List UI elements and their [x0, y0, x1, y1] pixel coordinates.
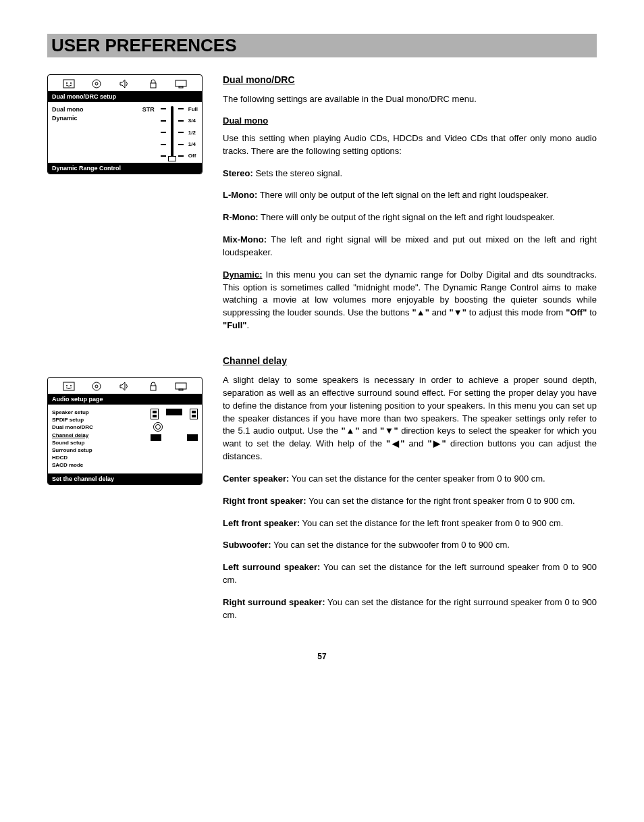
sec2-center: Center speaker: You can set the distance… [223, 473, 597, 486]
sec2-subwoofer: Subwoofer: You can set the distance for … [223, 539, 597, 552]
spk-sub-icon [153, 422, 163, 432]
drc-slider: Full 3/4 1/2 1/4 Off [160, 106, 198, 159]
slider-ticks-left [160, 106, 167, 159]
sec1-intro: The following settings are available in … [223, 93, 597, 106]
sec1-dynamic: Dynamic: In this menu you can set the dy… [223, 269, 597, 332]
slider-val-34: 3/4 [188, 118, 198, 124]
spk-fr-icon [190, 409, 198, 419]
audio-list: Speaker setup SPDIF setup Dual mono/DRC … [52, 409, 144, 469]
audio-item-1: SPDIF setup [52, 416, 144, 423]
speaker-icon [119, 79, 131, 88]
disc-icon [90, 382, 103, 391]
page-title: USER PREFERENCES [51, 35, 593, 56]
svg-point-4 [95, 82, 98, 85]
menu-drc: Dual mono/DRC setup Dual mono STR Dynami… [47, 74, 203, 174]
menu2-header: Audio setup page [48, 394, 202, 405]
menu1-header: Dual mono/DRC setup [48, 91, 202, 102]
audio-item-4: Sound setup [52, 439, 144, 446]
audio-item-0: Speaker setup [52, 409, 144, 416]
sec2-leftsurround: Left surround speaker: You can set the d… [223, 561, 597, 587]
menu2-footer: Set the channel delay [48, 473, 202, 484]
slider-val-12: 1/2 [188, 130, 198, 136]
menu2-body: Speaker setup SPDIF setup Dual mono/DRC … [48, 405, 202, 473]
speaker-diagram [151, 409, 198, 469]
sec1-p1: Use this setting when playing Audio CDs,… [223, 132, 597, 158]
screen-icon [175, 382, 187, 391]
svg-rect-14 [176, 383, 186, 389]
sec1-mixmono: Mix-Mono: The left and right signal will… [223, 234, 597, 259]
sec1-subhead: Dual mono [223, 115, 597, 126]
spk-center-icon [166, 409, 182, 415]
svg-point-12 [95, 385, 98, 388]
sec1-stereo: Stereo: Sets the stereo signal. [223, 168, 597, 180]
page-title-bar: USER PREFERENCES [47, 34, 597, 57]
lock-icon [147, 382, 159, 391]
sec1-lmono: L-Mono: There will only be output of the… [223, 189, 597, 202]
audio-item-6: HDCD [52, 454, 144, 461]
audio-item-5: Surround setup [52, 446, 144, 454]
menu1-str: STR [142, 106, 155, 113]
spk-rr-icon [187, 434, 198, 441]
spk-fl-icon [151, 409, 159, 419]
sec1-rmono: R-Mono: There will only be output of the… [223, 211, 597, 224]
svg-rect-5 [151, 83, 156, 88]
menu1-body: Dual mono STR Dynamic Full 3/4 [48, 102, 202, 163]
menu-icon-row [48, 75, 202, 91]
lock-icon [147, 79, 159, 88]
svg-point-3 [92, 80, 101, 88]
face-icon [63, 382, 75, 391]
svg-rect-7 [179, 86, 183, 88]
slider-track [171, 106, 173, 159]
audio-item-3: Channel delay [52, 432, 144, 439]
svg-point-10 [70, 385, 72, 386]
svg-rect-15 [179, 389, 183, 390]
svg-point-2 [70, 82, 72, 84]
svg-point-11 [92, 382, 101, 390]
slider-values: Full 3/4 1/2 1/4 Off [188, 106, 198, 159]
slider-knob [168, 156, 176, 161]
speaker-icon [119, 382, 131, 391]
menu1-labels: Dual mono STR Dynamic [52, 106, 155, 159]
slider-val-full: Full [188, 106, 198, 112]
audio-item-7: SACD mode [52, 461, 144, 469]
menu2-icon-row [48, 378, 202, 394]
face-icon [63, 79, 75, 88]
menu-audio: Audio setup page Speaker setup SPDIF set… [47, 377, 203, 485]
sec2-rightfront: Right front speaker: You can set the dis… [223, 495, 597, 508]
spk-rl-icon [151, 434, 161, 441]
sec2-heading: Channel delay [223, 355, 597, 366]
menu1-dynamic: Dynamic [52, 115, 155, 122]
sec1-heading: Dual mono/DRC [223, 74, 597, 85]
menu1-footer: Dynamic Range Control [48, 163, 202, 174]
sec2-leftfront: Left front speaker: You can set the dist… [223, 517, 597, 530]
svg-rect-6 [176, 80, 186, 86]
page-number: 57 [47, 652, 597, 661]
svg-rect-8 [63, 382, 74, 390]
svg-point-1 [66, 82, 68, 84]
sec2-rightsurround: Right surround speaker: You can set the … [223, 596, 597, 622]
content-columns: Dual mono/DRC setup Dual mono STR Dynami… [47, 74, 597, 632]
right-column: Dual mono/DRC The following settings are… [223, 74, 597, 632]
slider-val-14: 1/4 [188, 141, 198, 147]
left-column: Dual mono/DRC setup Dual mono STR Dynami… [47, 74, 203, 632]
svg-rect-13 [151, 386, 156, 390]
slider-ticks-right [178, 106, 184, 159]
slider-val-off: Off [188, 153, 198, 159]
disc-icon [90, 79, 103, 88]
sec2-p1: A slight delay to some speakers is neces… [223, 374, 597, 463]
menu1-dualmono: Dual mono [52, 106, 84, 113]
screen-icon [175, 79, 187, 88]
svg-rect-0 [63, 80, 74, 88]
audio-item-2: Dual mono/DRC [52, 423, 144, 431]
svg-point-9 [66, 385, 68, 386]
